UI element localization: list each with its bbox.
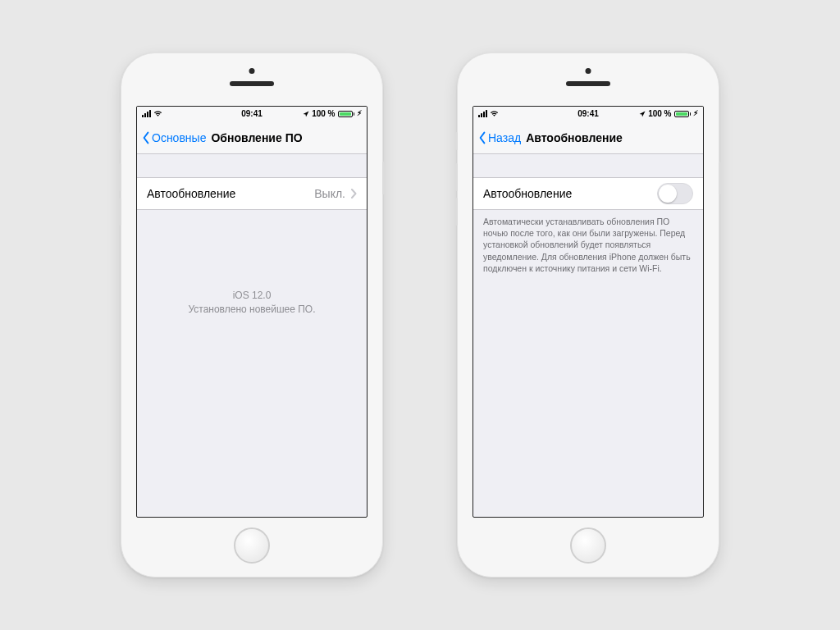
back-button[interactable]: Назад (478, 131, 521, 144)
back-label: Назад (488, 131, 521, 144)
earpiece (230, 81, 274, 86)
volume-down (455, 198, 458, 226)
row-label: Автообновление (147, 187, 314, 200)
iphone-mockup-right: 09:41 100 % ⚡︎ Назад Автообновлен (457, 52, 719, 578)
update-status: iOS 12.0 Установлено новейшее ПО. (137, 289, 367, 317)
power-button (382, 162, 385, 194)
content-area: Автообновление Выкл. iOS 12.0 Установлен… (137, 154, 367, 517)
row-value: Выкл. (314, 187, 345, 200)
front-camera (586, 68, 591, 74)
battery-icon (674, 111, 692, 117)
status-bar: 09:41 100 % ⚡︎ (137, 107, 367, 121)
volume-up (119, 163, 121, 191)
ios-version: iOS 12.0 (137, 289, 367, 303)
row-label: Автообновление (483, 187, 657, 200)
auto-update-toggle[interactable] (657, 183, 693, 204)
back-button[interactable]: Основные (142, 131, 206, 144)
chevron-left-icon (478, 131, 486, 144)
navigation-bar: Назад Автообновление (473, 121, 703, 154)
status-time: 09:41 (578, 109, 599, 118)
content-area: Автообновление Автоматически устанавлива… (473, 154, 703, 517)
row-auto-update-toggle: Автообновление (473, 177, 703, 210)
battery-icon (338, 111, 355, 117)
mute-switch (119, 132, 121, 150)
mute-switch (455, 132, 458, 150)
charging-icon: ⚡︎ (693, 110, 698, 117)
battery-percent: 100 % (312, 109, 335, 118)
row-auto-update[interactable]: Автообновление Выкл. (137, 177, 367, 210)
back-label: Основные (152, 131, 206, 144)
chevron-left-icon (142, 131, 150, 144)
location-icon (639, 111, 646, 117)
cellular-signal-icon (142, 110, 151, 117)
wifi-icon (153, 110, 162, 117)
volume-down (119, 198, 121, 226)
charging-icon: ⚡︎ (357, 110, 362, 117)
home-button[interactable] (570, 527, 606, 564)
toggle-knob (659, 185, 677, 203)
section-footer-text: Автоматически устанавливать обновления П… (473, 210, 703, 274)
wifi-icon (490, 110, 499, 117)
page-title: Автообновление (526, 131, 623, 144)
navigation-bar: Основные Обновление ПО (137, 121, 367, 154)
front-camera (249, 68, 255, 74)
chevron-right-icon (350, 189, 357, 199)
screen-auto-update: 09:41 100 % ⚡︎ Назад Автообновлен (472, 106, 704, 518)
page-title: Обновление ПО (211, 131, 302, 144)
status-time: 09:41 (241, 109, 262, 118)
status-bar: 09:41 100 % ⚡︎ (473, 107, 703, 121)
home-button[interactable] (234, 527, 270, 564)
screen-software-update: 09:41 100 % ⚡︎ Основные Обновлени (136, 106, 368, 518)
iphone-mockup-left: 09:41 100 % ⚡︎ Основные Обновлени (121, 52, 383, 578)
location-icon (303, 111, 309, 117)
cellular-signal-icon (478, 110, 487, 117)
earpiece (566, 81, 610, 86)
update-status-text: Установлено новейшее ПО. (137, 303, 367, 317)
power-button (719, 162, 721, 194)
battery-percent: 100 % (648, 109, 671, 118)
volume-up (455, 163, 458, 191)
